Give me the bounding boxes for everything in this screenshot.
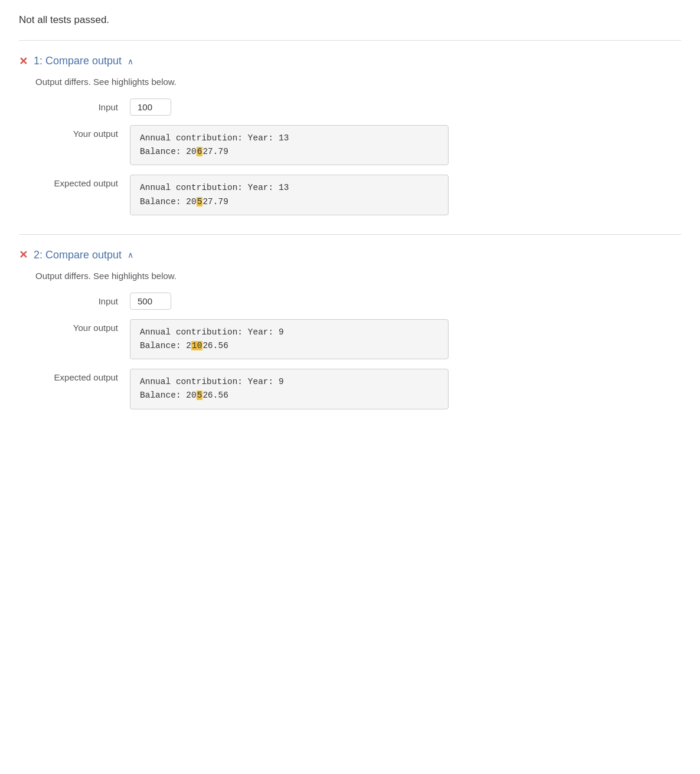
test-section-1: ✕ 1: Compare output ∧ Output differs. Se… bbox=[19, 55, 681, 215]
test-1-title[interactable]: 1: Compare output bbox=[34, 55, 122, 67]
test-1-your-highlight: 6 bbox=[197, 147, 203, 156]
test-2-fail-icon: ✕ bbox=[19, 250, 28, 260]
test-1-your-output-line2: Balance: 20627.79 bbox=[140, 145, 439, 159]
test-2-your-highlight: 10 bbox=[191, 341, 202, 350]
test-1-message: Output differs. See highlights below. bbox=[35, 77, 681, 87]
test-2-expected-output-row: Expected output Annual contribution: Yea… bbox=[35, 369, 681, 409]
test-1-expected-highlight: 5 bbox=[197, 197, 203, 206]
test-2-your-output-box: Annual contribution: Year: 9 Balance: 21… bbox=[130, 319, 449, 359]
test-1-your-output-row: Your output Annual contribution: Year: 1… bbox=[35, 125, 681, 165]
test-1-expected-output-box: Annual contribution: Year: 13 Balance: 2… bbox=[130, 175, 449, 215]
test-1-expected-output-line1: Annual contribution: Year: 13 bbox=[140, 181, 439, 195]
test-1-title-row: ✕ 1: Compare output ∧ bbox=[19, 55, 681, 67]
test-2-expected-output-label: Expected output bbox=[35, 369, 130, 382]
test-2-caret-icon[interactable]: ∧ bbox=[127, 250, 133, 260]
test-2-your-output-row: Your output Annual contribution: Year: 9… bbox=[35, 319, 681, 359]
test-2-your-output-label: Your output bbox=[35, 319, 130, 333]
test-2-title[interactable]: 2: Compare output bbox=[34, 249, 122, 261]
test-1-fail-icon: ✕ bbox=[19, 56, 28, 67]
test-1-expected-output-row: Expected output Annual contribution: Yea… bbox=[35, 175, 681, 215]
test-1-input-value: 100 bbox=[130, 99, 171, 116]
section-divider bbox=[19, 234, 681, 235]
test-2-expected-output-line1: Annual contribution: Year: 9 bbox=[140, 375, 439, 389]
test-2-input-value: 500 bbox=[130, 293, 171, 310]
test-1-your-output-label: Your output bbox=[35, 125, 130, 139]
test-1-caret-icon[interactable]: ∧ bbox=[127, 57, 133, 66]
test-1-your-output-box: Annual contribution: Year: 13 Balance: 2… bbox=[130, 125, 449, 165]
test-1-input-row: Input 100 bbox=[35, 99, 681, 116]
test-2-title-row: ✕ 2: Compare output ∧ bbox=[19, 249, 681, 261]
test-1-expected-output-line2: Balance: 20527.79 bbox=[140, 195, 439, 209]
test-2-expected-highlight: 5 bbox=[197, 391, 203, 400]
test-2-expected-output-line2: Balance: 20526.56 bbox=[140, 389, 439, 402]
top-divider bbox=[19, 40, 681, 41]
test-2-input-row: Input 500 bbox=[35, 293, 681, 310]
page-header: Not all tests passed. bbox=[19, 14, 681, 26]
test-2-your-output-line1: Annual contribution: Year: 9 bbox=[140, 326, 439, 339]
test-section-2: ✕ 2: Compare output ∧ Output differs. Se… bbox=[19, 249, 681, 409]
test-1-input-label: Input bbox=[35, 99, 130, 112]
test-2-expected-output-box: Annual contribution: Year: 9 Balance: 20… bbox=[130, 369, 449, 409]
test-2-your-output-line2: Balance: 21026.56 bbox=[140, 339, 439, 353]
test-2-message: Output differs. See highlights below. bbox=[35, 271, 681, 281]
test-1-your-output-line1: Annual contribution: Year: 13 bbox=[140, 132, 439, 145]
test-1-expected-output-label: Expected output bbox=[35, 175, 130, 188]
test-2-input-label: Input bbox=[35, 293, 130, 306]
